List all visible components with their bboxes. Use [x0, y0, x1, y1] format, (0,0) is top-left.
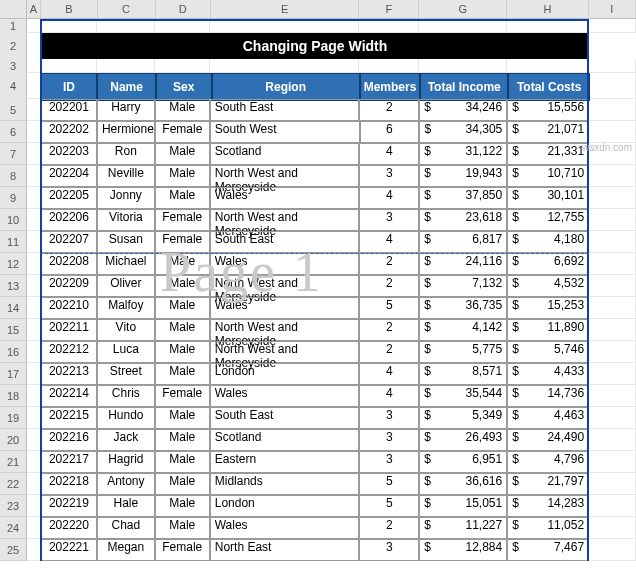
cell-income[interactable]: $23,618 — [419, 209, 507, 231]
cell-region[interactable]: Wales — [210, 253, 360, 275]
cell-sex[interactable]: Male — [155, 495, 210, 517]
cell-id[interactable]: 202212 — [41, 341, 97, 363]
cell-costs[interactable]: $21,797 — [507, 473, 589, 495]
cell[interactable] — [41, 19, 97, 33]
cell[interactable] — [27, 99, 41, 121]
cell-members[interactable]: 4 — [359, 187, 419, 209]
cell-costs[interactable]: $30,101 — [507, 187, 589, 209]
cell-name[interactable]: Street — [97, 363, 155, 385]
cell-name[interactable]: Harry — [97, 99, 155, 121]
row-header[interactable]: 21 — [0, 451, 27, 473]
header-name[interactable]: Name — [97, 73, 156, 101]
cell[interactable] — [589, 19, 636, 33]
cell[interactable] — [589, 407, 636, 429]
cell-sex[interactable]: Female — [155, 539, 210, 561]
cell-sex[interactable]: Male — [155, 451, 210, 473]
cell-sex[interactable]: Male — [155, 187, 210, 209]
cell-income[interactable]: $11,227 — [419, 517, 507, 539]
col-header[interactable]: I — [589, 0, 636, 18]
cell[interactable] — [590, 73, 636, 99]
row-header[interactable]: 10 — [0, 209, 27, 231]
cell[interactable] — [589, 385, 636, 407]
cell[interactable] — [589, 429, 636, 451]
cell-sex[interactable]: Male — [155, 275, 210, 297]
cell-id[interactable]: 202206 — [41, 209, 97, 231]
cell-members[interactable]: 3 — [359, 407, 419, 429]
cell-id[interactable]: 202208 — [41, 253, 97, 275]
cell-name[interactable]: Vitoria — [97, 209, 155, 231]
cell-id[interactable]: 202214 — [41, 385, 97, 407]
cell-name[interactable]: Malfoy — [97, 297, 155, 319]
cell[interactable] — [155, 19, 210, 33]
cell[interactable] — [27, 209, 41, 231]
cell-members[interactable]: 3 — [359, 539, 419, 561]
cell-income[interactable]: $31,122 — [419, 143, 507, 165]
row-header[interactable]: 8 — [0, 165, 27, 187]
col-header[interactable]: D — [156, 0, 211, 18]
cell[interactable] — [589, 275, 636, 297]
cell-id[interactable]: 202213 — [41, 363, 97, 385]
cell-id[interactable]: 202203 — [41, 143, 97, 165]
cell[interactable] — [589, 297, 636, 319]
cell-region[interactable]: South East — [210, 99, 360, 121]
cell-region[interactable]: North West and Merseyside — [210, 319, 360, 341]
cell-sex[interactable]: Male — [155, 517, 210, 539]
cell-income[interactable]: $34,246 — [419, 99, 507, 121]
cell-name[interactable]: Megan — [97, 539, 155, 561]
cell-id[interactable]: 202207 — [41, 231, 97, 253]
cell-region[interactable]: Wales — [210, 517, 360, 539]
cell-sex[interactable]: Male — [155, 99, 210, 121]
cell-members[interactable]: 4 — [359, 231, 419, 253]
cell-name[interactable]: Jack — [97, 429, 155, 451]
cell[interactable] — [419, 59, 507, 73]
row-header[interactable]: 22 — [0, 473, 27, 495]
cell-name[interactable]: Luca — [97, 341, 155, 363]
cell[interactable] — [27, 33, 41, 59]
cell-name[interactable]: Hermione — [97, 121, 155, 143]
row-header[interactable]: 12 — [0, 253, 27, 275]
row-header[interactable]: 3 — [0, 59, 27, 74]
cell[interactable] — [27, 495, 41, 517]
col-header[interactable]: A — [27, 0, 42, 18]
cell[interactable] — [27, 319, 41, 341]
cell-region[interactable]: North West and Merseyside — [210, 341, 360, 363]
row-header[interactable]: 24 — [0, 517, 27, 539]
cell[interactable] — [589, 59, 636, 73]
cell-income[interactable]: $36,616 — [419, 473, 507, 495]
cell-region[interactable]: South East — [210, 231, 360, 253]
cell-sex[interactable]: Female — [155, 209, 210, 231]
cell-name[interactable]: Vito — [97, 319, 155, 341]
cell-id[interactable]: 202201 — [41, 99, 97, 121]
row-header[interactable]: 4 — [0, 73, 27, 100]
cell[interactable] — [27, 429, 41, 451]
cell-income[interactable]: $5,775 — [419, 341, 507, 363]
row-header[interactable]: 1 — [0, 19, 27, 34]
cell-costs[interactable]: $5,746 — [507, 341, 589, 363]
cell-members[interactable]: 2 — [359, 517, 419, 539]
row-header[interactable]: 14 — [0, 297, 27, 319]
cell-members[interactable]: 3 — [359, 209, 419, 231]
cell[interactable] — [589, 209, 636, 231]
cell-sex[interactable]: Male — [155, 165, 210, 187]
header-sex[interactable]: Sex — [156, 73, 212, 101]
col-header[interactable]: C — [98, 0, 156, 18]
cell-id[interactable]: 202215 — [41, 407, 97, 429]
row-header[interactable]: 7 — [0, 143, 27, 165]
cell-sex[interactable]: Male — [155, 319, 210, 341]
cell-members[interactable]: 2 — [359, 341, 419, 363]
cell-name[interactable]: Ron — [97, 143, 155, 165]
header-region[interactable]: Region — [212, 73, 360, 101]
row-header[interactable]: 13 — [0, 275, 27, 297]
cell-costs[interactable]: $4,180 — [507, 231, 589, 253]
cell-members[interactable]: 5 — [359, 297, 419, 319]
cell-costs[interactable]: $4,532 — [507, 275, 589, 297]
cell[interactable] — [27, 231, 41, 253]
cell[interactable] — [27, 59, 41, 73]
cell[interactable] — [589, 363, 636, 385]
cell-income[interactable]: $6,951 — [419, 451, 507, 473]
cell[interactable] — [27, 473, 41, 495]
cell-costs[interactable]: $10,710 — [507, 165, 589, 187]
cell[interactable] — [589, 33, 636, 59]
cell[interactable] — [97, 19, 155, 33]
cell[interactable] — [27, 121, 41, 143]
